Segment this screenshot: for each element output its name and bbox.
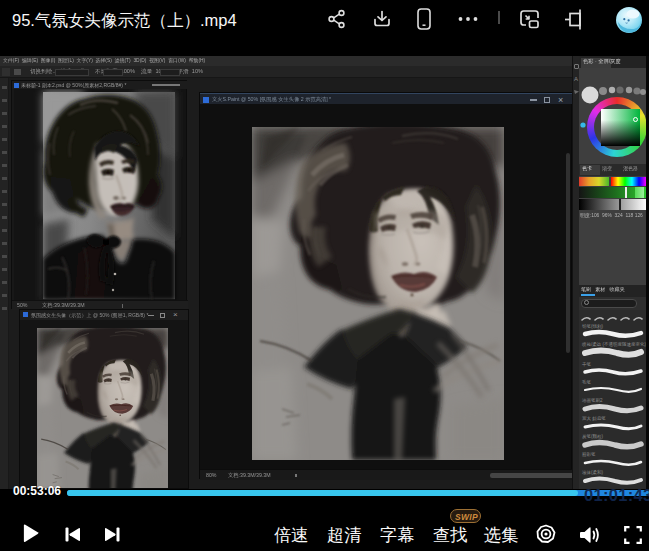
svg-text:喷枪/柔边 (不透明度随速度变化): 喷枪/柔边 (不透明度随速度变化) [582, 341, 646, 347]
svg-text:铅笔(锐利): 铅笔(锐利) [582, 323, 603, 329]
svg-text:干笔: 干笔 [582, 361, 592, 367]
svg-text:毛笔: 毛笔 [581, 379, 592, 385]
svg-text:炭笔(颗粒): 炭笔(颗粒) [582, 434, 603, 439]
svg-text:宽大 斜扁笔: 宽大 斜扁笔 [582, 416, 606, 422]
svg-text:粉彩笔: 粉彩笔 [582, 451, 596, 458]
svg-text:涂抹(柔和): 涂抹(柔和) [582, 469, 603, 476]
svg-text:油画笔刷2: 油画笔刷2 [582, 397, 603, 403]
